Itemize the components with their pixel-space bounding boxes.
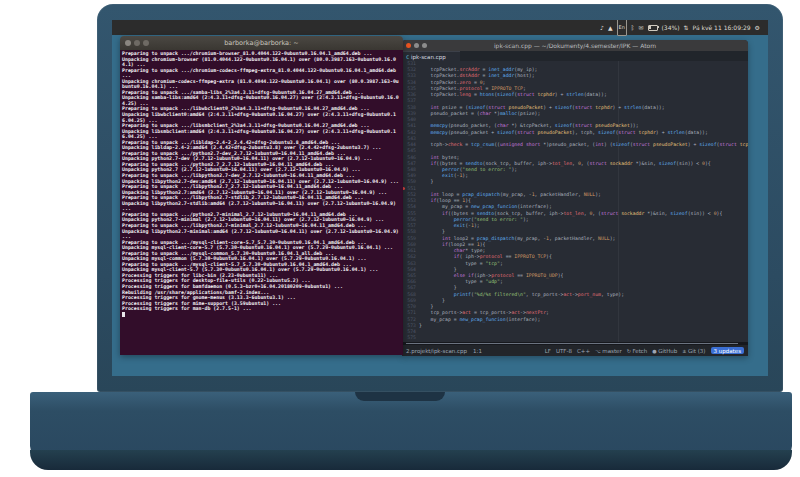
- tab-label: ipk-scan.cpp: [411, 54, 446, 60]
- status-master[interactable]: ⌥master: [595, 348, 622, 354]
- terminal-titlebar[interactable]: barborka@barborka: ~: [120, 36, 403, 50]
- status-git-3-[interactable]: ±Git (3): [682, 348, 705, 354]
- code-lines: 531532 tcpPacket.srcAddr = inet_addr(my_…: [402, 61, 748, 342]
- atom-window: ipk-scan.cpp — ~/Dokumenty/4.semester/IP…: [402, 40, 748, 356]
- atom-window-title: ipk-scan.cpp — ~/Dokumenty/4.semester/IP…: [494, 42, 656, 49]
- desktop: ♪ ▲ En ᛒ ✉ (34%) ⇅ Pá kvě 11 16:09:29 ⚙ …: [112, 20, 768, 376]
- tab-ipk-scan[interactable]: C ipk-scan.cpp: [402, 51, 460, 61]
- status-item-label: Git (3): [688, 348, 706, 354]
- battery-percent: (34%): [662, 20, 680, 35]
- branch-icon: ⌥: [595, 348, 601, 354]
- line-number: 575: [402, 335, 419, 341]
- clock[interactable]: Pá kvě 11 16:09:29: [693, 20, 751, 35]
- status-item-label: master: [602, 348, 621, 354]
- minimize-button[interactable]: [134, 40, 140, 46]
- code-text: my_pcap = new_pcap_funcion(interface);: [419, 317, 540, 323]
- code-text: pseudo_packet = (char *)malloc(psize);: [419, 111, 540, 117]
- status-item-label: UTF-8: [556, 348, 572, 354]
- minimize-button[interactable]: [414, 43, 419, 48]
- code-line: 542 memcpy(pseudo_packet + sizeof(struct…: [402, 130, 748, 136]
- status-fetch[interactable]: ↻Fetch: [627, 348, 648, 354]
- code-text: }: [419, 179, 433, 185]
- battery-icon[interactable]: [648, 25, 658, 31]
- fetch-icon: ↻: [627, 348, 631, 354]
- terminal-body[interactable]: Preparing to unpack .../chromium-browser…: [120, 50, 403, 355]
- status-item-label: LF: [545, 348, 551, 354]
- atom-titlebar[interactable]: ipk-scan.cpp — ~/Dokumenty/4.semester/IP…: [402, 40, 748, 51]
- laptop-lid-notch: [355, 392, 445, 401]
- code-text: tcph->check = tcp_csum((unsigned short *…: [419, 142, 748, 148]
- status-file-path[interactable]: 2.projekt/ipk-scan.cpp: [406, 348, 467, 354]
- network-icon[interactable]: ▲: [608, 20, 613, 35]
- status-item-label: Fetch: [632, 348, 647, 354]
- laptop-base: [30, 392, 792, 456]
- mail-icon[interactable]: ✉: [638, 20, 643, 35]
- laptop-mockup: ♪ ▲ En ᛒ ✉ (34%) ⇅ Pá kvě 11 16:09:29 ⚙ …: [0, 0, 800, 477]
- menubar: ♪ ▲ En ᛒ ✉ (34%) ⇅ Pá kvě 11 16:09:29 ⚙: [112, 20, 768, 35]
- wrap-guide: [618, 61, 619, 342]
- github-icon: ●: [652, 348, 656, 354]
- status-3-updates[interactable]: 3 updates: [711, 347, 745, 354]
- session-gear-icon[interactable]: ⚙: [755, 20, 760, 35]
- code-line: 544 tcph->check = tcp_csum((unsigned sho…: [402, 142, 748, 148]
- terminal-title: barborka@barborka: ~: [224, 39, 299, 47]
- code-text: }: [419, 323, 422, 329]
- code-editor[interactable]: 531532 tcpPacket.srcAddr = inet_addr(my_…: [402, 61, 748, 342]
- volume-icon[interactable]: ♪: [600, 20, 604, 35]
- status-cursor-position[interactable]: 1:1: [473, 348, 482, 354]
- code-text: printf("%d/%s filtered\n", tcp_ports->ac…: [419, 292, 624, 298]
- status-github[interactable]: ●GitHub: [652, 348, 677, 354]
- status-item-label: GitHub: [658, 348, 677, 354]
- laptop-base-front-edge: [30, 450, 792, 470]
- maximize-button[interactable]: [422, 43, 427, 48]
- bluetooth-icon[interactable]: ᛒ: [631, 20, 635, 35]
- terminal-output: Preparing to unpack .../chromium-browser…: [122, 51, 401, 317]
- status-c-[interactable]: C++: [577, 348, 590, 354]
- code-line: 575: [402, 335, 748, 341]
- git-icon: ±: [682, 348, 686, 354]
- status-right: LFUTF-8C++⌥master↻Fetch●GitHub±Git (3)3 …: [545, 347, 744, 354]
- sync-arrows-icon[interactable]: ⇅: [684, 20, 689, 35]
- keyboard-layout-indicator[interactable]: En: [617, 20, 627, 36]
- code-text: tcpPacket.leng = htons(sizeof(struct tcp…: [419, 92, 607, 98]
- terminal-window: barborka@barborka: ~ Preparing to unpack…: [120, 36, 403, 355]
- atom-statusbar: 2.projekt/ipk-scan.cpp 1:1 LFUTF-8C++⌥ma…: [402, 345, 748, 356]
- atom-tabbar: C ipk-scan.cpp: [402, 51, 748, 61]
- status-item-label: 3 updates: [714, 348, 742, 354]
- horizontal-scrollbar[interactable]: [402, 342, 748, 345]
- close-button[interactable]: [125, 40, 131, 46]
- terminal-cursor: [122, 312, 125, 317]
- close-button[interactable]: [406, 43, 411, 48]
- status-lf[interactable]: LF: [545, 348, 551, 354]
- code-text: memcpy(pseudo_packet + sizeof(struct pse…: [419, 130, 708, 136]
- status-item-label: C++: [577, 348, 590, 354]
- status-utf-8[interactable]: UTF-8: [556, 348, 572, 354]
- maximize-button[interactable]: [143, 40, 149, 46]
- cpp-file-icon: C: [406, 54, 409, 60]
